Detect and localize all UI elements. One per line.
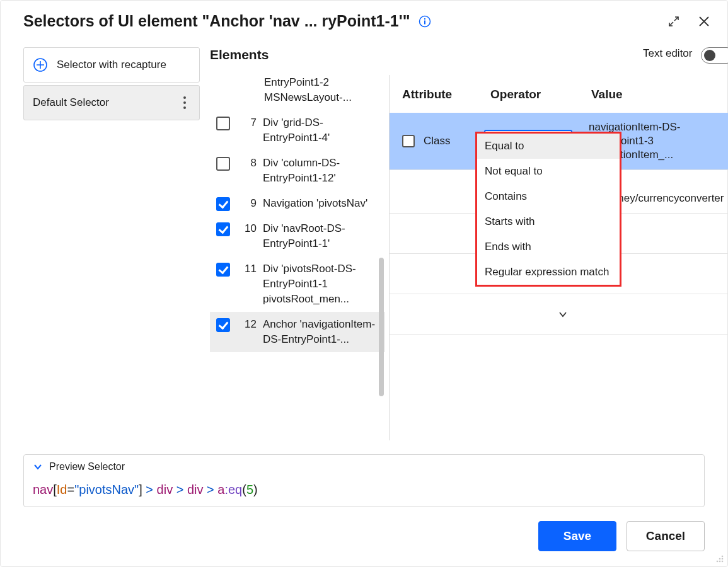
element-checkbox[interactable] [216,318,230,332]
element-label: EntryPoint1-2 MSNewsLayout-... [264,75,379,105]
plus-icon [33,57,48,72]
selector-with-recapture-button[interactable]: Selector with recapture [23,47,200,83]
operator-option[interactable]: Starts with [477,209,620,234]
element-label: Div 'column-DS-EntryPoint1-12' [263,156,379,186]
svg-point-8 [719,561,721,563]
operator-option[interactable]: Contains [477,184,620,209]
operator-option[interactable]: Ends with [477,234,620,260]
attributes-column: Text editor Attribute Operator Value Cla… [389,47,728,440]
elements-column: Elements EntryPoint1-2 MSNewsLayout-...7… [210,47,385,440]
element-number: 11 [241,263,257,275]
attribute-checkbox[interactable] [402,135,415,147]
preview-selector-toggle[interactable]: Preview Selector [33,461,695,472]
attribute-row[interactable] [390,294,728,335]
element-checkbox[interactable] [216,117,230,130]
toggle-knob [704,50,715,61]
element-label: Div 'pivotsRoot-DS-EntryPoint1-1 pivotsR… [263,261,379,307]
text-editor-label: Text editor [643,47,692,60]
element-number: 10 [241,222,257,235]
text-editor-toggle-row: Text editor [389,47,728,75]
svg-point-4 [722,556,724,558]
element-row[interactable]: 12Anchor 'navigationItem-DS-EntryPoint1-… [210,312,385,352]
header-attribute: Attribute [402,88,490,101]
attributes-panel: Attribute Operator Value ClassEqual tona… [389,75,728,440]
element-number: 8 [241,157,257,169]
operator-select[interactable] [553,310,572,319]
header-value: Value [591,88,728,101]
element-row[interactable]: 11Div 'pivotsRoot-DS-EntryPoint1-1 pivot… [210,256,385,312]
element-label: Div 'grid-DS-EntryPoint1-4' [263,115,379,146]
element-checkbox[interactable] [216,222,230,236]
save-button[interactable]: Save [538,521,616,551]
element-row[interactable]: 9Navigation 'pivotsNav' [210,191,385,216]
elements-list: EntryPoint1-2 MSNewsLayout-...7Div 'grid… [210,75,385,440]
header-operator: Operator [490,88,591,101]
svg-point-5 [722,558,724,560]
svg-point-9 [717,561,719,563]
element-label: Navigation 'pivotsNav' [263,196,379,211]
info-icon[interactable] [418,14,432,28]
operator-option[interactable]: Equal to [477,134,620,159]
element-number: 7 [241,117,257,129]
preview-selector-panel: Preview Selector nav[Id="pivotsNav"] > d… [23,454,705,507]
operator-dropdown[interactable]: Equal toNot equal toContainsStarts withE… [475,132,621,287]
operator-option[interactable]: Not equal to [477,159,620,184]
expand-icon[interactable] [667,14,681,28]
svg-rect-2 [424,18,425,20]
preview-selector-label: Preview Selector [49,461,125,472]
element-row[interactable]: 7Div 'grid-DS-EntryPoint1-4' [210,110,385,151]
svg-point-6 [722,561,724,563]
selector-list-item-label: Default Selector [33,96,179,109]
element-checkbox[interactable] [216,263,230,277]
attributes-header-row: Attribute Operator Value [390,75,728,113]
cancel-button[interactable]: Cancel [627,521,705,551]
dialog-body: Selector with recapture Default Selector… [23,47,705,440]
dialog-footer: Save Cancel [538,521,705,551]
recapture-label: Selector with recapture [57,59,166,71]
preview-selector-string: nav[Id="pivotsNav"] > div > div > a:eq(5… [33,483,695,497]
text-editor-toggle[interactable] [701,47,728,64]
selectors-sidebar: Selector with recapture Default Selector [23,47,200,440]
element-row[interactable]: 8Div 'column-DS-EntryPoint1-12' [210,151,385,191]
svg-rect-1 [424,20,425,24]
element-row[interactable]: 10Div 'navRoot-DS-EntryPoint1-1' [210,216,385,256]
element-checkbox[interactable] [216,157,230,171]
resize-grip[interactable] [714,553,725,564]
chevron-down-icon [33,462,43,472]
operator-option[interactable]: Regular expression match [477,260,620,285]
element-label: Div 'navRoot-DS-EntryPoint1-1' [263,221,379,251]
elements-header: Elements [210,47,385,75]
titlebar: Selectors of UI element "Anchor 'nav ...… [1,1,727,47]
svg-point-7 [719,558,721,560]
element-row[interactable]: EntryPoint1-2 MSNewsLayout-... [210,75,385,110]
selector-editor-window: Selectors of UI element "Anchor 'nav ...… [0,0,728,567]
selector-list-item[interactable]: Default Selector [23,85,200,120]
element-label: Anchor 'navigationItem-DS-EntryPoint1-..… [263,317,379,347]
more-icon[interactable] [179,96,190,109]
element-number: 12 [241,318,257,331]
dialog-title: Selectors of UI element "Anchor 'nav ...… [23,12,410,30]
element-number: 9 [241,197,257,210]
close-icon[interactable] [697,14,711,28]
elements-scrollbar[interactable] [379,258,384,396]
element-checkbox[interactable] [216,197,230,211]
